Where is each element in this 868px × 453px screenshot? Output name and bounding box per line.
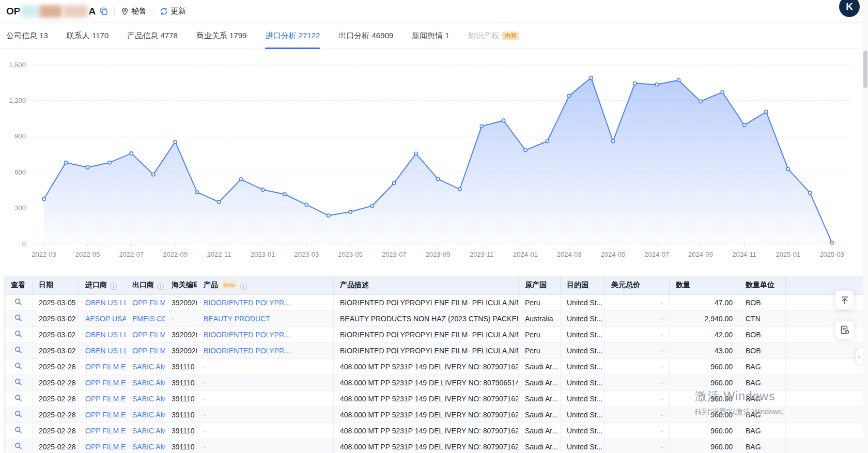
back-to-top-button[interactable] xyxy=(835,290,854,309)
data-point[interactable] xyxy=(436,177,439,180)
importer-link[interactable]: OBEN US LLC xyxy=(85,347,126,355)
data-point[interactable] xyxy=(86,166,89,169)
page-scrollbar-track[interactable] xyxy=(863,0,868,453)
data-point[interactable] xyxy=(393,181,396,184)
importer-link[interactable]: OPP FILM E... xyxy=(85,427,126,435)
exporter-link[interactable]: SABIC AME... xyxy=(132,411,165,419)
data-point[interactable] xyxy=(64,161,67,164)
info-icon[interactable]: i xyxy=(157,283,164,290)
importer-link[interactable]: OBEN US LLC xyxy=(85,299,126,307)
data-point[interactable] xyxy=(677,79,680,82)
info-icon[interactable]: i xyxy=(240,283,247,290)
data-point[interactable] xyxy=(699,100,702,103)
avatar[interactable]: K xyxy=(839,0,860,17)
refresh-button[interactable]: 更新 xyxy=(160,6,186,16)
view-detail-magnifier-icon[interactable] xyxy=(14,362,22,371)
data-point[interactable] xyxy=(830,241,833,244)
product-link[interactable]: BIOORIENTED POLYPR... xyxy=(204,331,290,339)
data-point[interactable] xyxy=(414,152,417,155)
data-point[interactable] xyxy=(524,149,527,152)
copy-icon[interactable] xyxy=(100,7,108,15)
tab-bar: 公司信息 13联系人 1170产品信息 4778商业关系 1799进口分析 27… xyxy=(0,23,868,49)
tab-联系人[interactable]: 联系人 1170 xyxy=(67,23,109,49)
product-link[interactable]: BIOORIENTED POLYPR... xyxy=(204,347,290,355)
importer-link[interactable]: OBEN US LLC xyxy=(85,331,126,339)
data-point[interactable] xyxy=(611,139,614,143)
view-detail-magnifier-icon[interactable] xyxy=(14,442,22,451)
tab-公司信息[interactable]: 公司信息 13 xyxy=(6,23,48,49)
importer-link[interactable]: OPP FILM E... xyxy=(85,379,126,387)
product-link[interactable]: - xyxy=(204,427,206,435)
data-point[interactable] xyxy=(261,188,265,191)
data-point[interactable] xyxy=(195,191,198,194)
data-point[interactable] xyxy=(305,203,308,206)
product-link[interactable]: - xyxy=(204,395,206,403)
exporter-link[interactable]: SABIC AME... xyxy=(132,363,165,371)
data-point[interactable] xyxy=(721,90,724,93)
view-detail-magnifier-icon[interactable] xyxy=(14,426,22,435)
data-point[interactable] xyxy=(765,110,768,113)
view-detail-magnifier-icon[interactable] xyxy=(14,410,22,419)
importer-link[interactable]: OPP FILM E... xyxy=(85,411,126,419)
data-point[interactable] xyxy=(546,139,549,143)
importer-link[interactable]: OPP FILM E... xyxy=(85,363,126,371)
data-point[interactable] xyxy=(633,82,637,85)
data-point[interactable] xyxy=(480,124,483,128)
data-point[interactable] xyxy=(655,83,658,86)
data-point[interactable] xyxy=(152,173,155,176)
view-detail-magnifier-icon[interactable] xyxy=(14,378,22,387)
view-detail-magnifier-icon[interactable] xyxy=(14,314,22,323)
importer-link[interactable]: OPP FILM E... xyxy=(85,395,126,403)
product-link[interactable]: - xyxy=(204,379,206,387)
data-point[interactable] xyxy=(809,191,812,194)
view-detail-magnifier-icon[interactable] xyxy=(14,330,22,339)
data-point[interactable] xyxy=(590,76,593,79)
page-scrollbar-thumb[interactable] xyxy=(863,51,867,88)
tab-进口分析[interactable]: 进口分析 27122 xyxy=(265,23,320,49)
data-point[interactable] xyxy=(283,193,286,196)
exporter-link[interactable]: SABIC AME... xyxy=(132,443,165,451)
cell-origin: Saudi Ar... xyxy=(519,358,561,374)
view-detail-magnifier-icon[interactable] xyxy=(14,298,22,307)
product-link[interactable]: BEAUTY PRODUCT xyxy=(204,315,270,323)
product-link[interactable]: BIOORIENTED POLYPR... xyxy=(204,299,290,307)
exporter-link[interactable]: OPP FILM ... xyxy=(132,347,165,355)
data-point[interactable] xyxy=(327,214,330,217)
exporter-link[interactable]: OPP FILM ... xyxy=(132,299,165,307)
data-point[interactable] xyxy=(370,204,374,207)
tab-出口分析[interactable]: 出口分析 46909 xyxy=(338,23,393,49)
report-feedback-button[interactable] xyxy=(835,320,854,339)
data-point[interactable] xyxy=(502,119,505,122)
exporter-link[interactable]: SABIC AME... xyxy=(132,395,165,403)
data-point[interactable] xyxy=(218,200,221,204)
tab-知识产权[interactable]: 知识产权内测 xyxy=(468,23,519,49)
data-point[interactable] xyxy=(174,140,177,144)
view-detail-magnifier-icon[interactable] xyxy=(14,394,22,403)
tab-商业关系[interactable]: 商业关系 1799 xyxy=(196,23,247,49)
importer-link[interactable]: OPP FILM E... xyxy=(85,443,126,451)
exporter-link[interactable]: SABIC AME... xyxy=(132,379,165,387)
data-point[interactable] xyxy=(42,197,45,200)
data-point[interactable] xyxy=(568,94,571,97)
importer-link[interactable]: AESOP USA ... xyxy=(85,315,126,323)
view-detail-magnifier-icon[interactable] xyxy=(14,346,22,355)
data-point[interactable] xyxy=(742,123,746,127)
product-link[interactable]: - xyxy=(204,443,206,451)
data-point[interactable] xyxy=(786,167,789,170)
data-point[interactable] xyxy=(130,152,133,155)
data-point[interactable] xyxy=(349,210,352,213)
data-point[interactable] xyxy=(108,161,111,164)
exporter-link[interactable]: OPP FILM ... xyxy=(132,331,165,339)
cell-product: BIOORIENTED POLYPR... xyxy=(197,342,334,358)
cell-importer: OPP FILM E... xyxy=(79,358,126,374)
tab-新闻舆情[interactable]: 新闻舆情 1 xyxy=(412,23,450,49)
tab-产品信息[interactable]: 产品信息 4778 xyxy=(127,23,178,49)
cell-product: - xyxy=(197,390,334,407)
exporter-link[interactable]: EMEIS COS... xyxy=(132,315,165,323)
info-icon[interactable]: i xyxy=(110,283,117,290)
exporter-link[interactable]: SABIC AME... xyxy=(132,427,165,435)
data-point[interactable] xyxy=(458,188,461,191)
product-link[interactable]: - xyxy=(204,411,206,419)
data-point[interactable] xyxy=(239,178,242,181)
product-link[interactable]: - xyxy=(204,363,206,371)
